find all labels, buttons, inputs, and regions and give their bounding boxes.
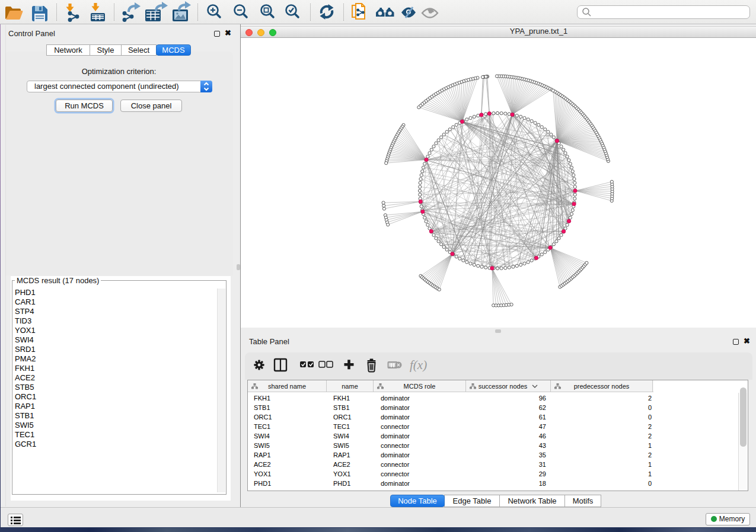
- svg-text:f(x): f(x): [410, 358, 427, 372]
